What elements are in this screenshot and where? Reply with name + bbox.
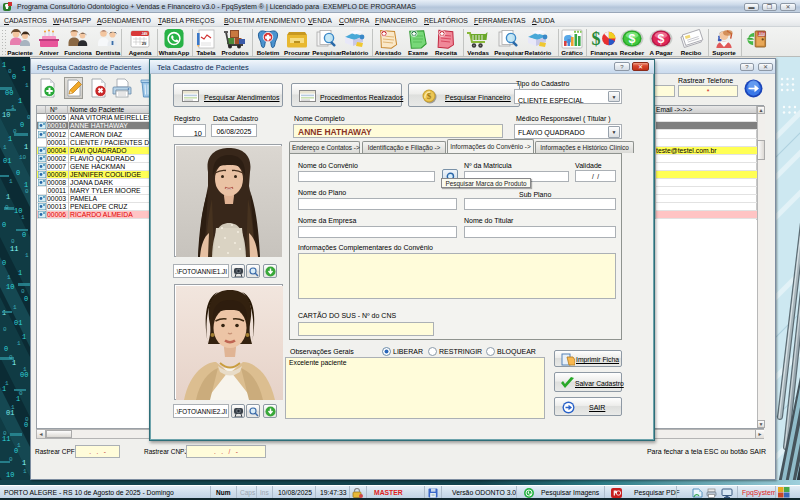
svg-text:0: 0 bbox=[25, 416, 29, 423]
svg-text:1: 1 bbox=[23, 468, 27, 475]
svg-text:$: $ bbox=[592, 29, 601, 49]
svg-text:0: 0 bbox=[3, 430, 7, 437]
svg-text:0: 0 bbox=[5, 204, 9, 211]
svg-text:01: 01 bbox=[14, 319, 22, 327]
svg-text:1: 1 bbox=[22, 459, 26, 467]
svg-text:10: 10 bbox=[6, 471, 14, 479]
svg-text:1: 1 bbox=[2, 61, 6, 69]
svg-text:29: 29 bbox=[142, 41, 147, 46]
svg-text:01: 01 bbox=[3, 157, 11, 165]
svg-text:0: 0 bbox=[4, 345, 8, 353]
svg-text:1: 1 bbox=[25, 252, 29, 259]
svg-text:1: 1 bbox=[3, 144, 7, 151]
svg-text:0: 0 bbox=[2, 259, 6, 267]
svg-text:1: 1 bbox=[11, 404, 15, 411]
svg-text:0: 0 bbox=[24, 295, 28, 303]
svg-text:0: 0 bbox=[11, 238, 15, 245]
svg-text:1: 1 bbox=[25, 82, 29, 89]
svg-text:$: $ bbox=[629, 32, 636, 46]
svg-text:JAN: JAN bbox=[141, 32, 147, 36]
svg-text:11: 11 bbox=[10, 245, 18, 253]
svg-text:0: 0 bbox=[13, 128, 17, 135]
svg-text:10: 10 bbox=[2, 111, 10, 119]
svg-text:1: 1 bbox=[8, 135, 12, 143]
svg-text:1: 1 bbox=[11, 104, 15, 111]
svg-text:10: 10 bbox=[6, 283, 14, 291]
svg-text:0: 0 bbox=[19, 390, 23, 397]
svg-text:0: 0 bbox=[12, 73, 16, 81]
svg-text:0: 0 bbox=[2, 221, 6, 229]
svg-text:0: 0 bbox=[9, 456, 13, 463]
svg-text:1: 1 bbox=[7, 274, 11, 281]
svg-text:$: $ bbox=[427, 91, 432, 101]
svg-text:1: 1 bbox=[5, 380, 9, 387]
svg-text:0: 0 bbox=[8, 68, 12, 75]
svg-text:1: 1 bbox=[21, 214, 25, 221]
svg-text:0: 0 bbox=[25, 188, 29, 195]
svg-text:1: 1 bbox=[24, 143, 28, 151]
svg-text:0: 0 bbox=[22, 231, 26, 239]
svg-text:00: 00 bbox=[5, 89, 13, 97]
svg-text:1: 1 bbox=[18, 97, 22, 105]
svg-text:1: 1 bbox=[12, 359, 16, 367]
svg-text:0: 0 bbox=[9, 354, 13, 361]
svg-text:1: 1 bbox=[17, 442, 21, 449]
svg-text:0: 0 bbox=[20, 121, 24, 129]
svg-text:0: 0 bbox=[21, 288, 25, 295]
svg-text:10: 10 bbox=[19, 154, 27, 161]
svg-text:1: 1 bbox=[13, 304, 17, 311]
svg-text:1: 1 bbox=[17, 340, 21, 347]
svg-text:1: 1 bbox=[22, 65, 26, 73]
svg-text:1: 1 bbox=[9, 178, 13, 185]
svg-text:0: 0 bbox=[3, 326, 7, 333]
svg-text:EXIT: EXIT bbox=[758, 32, 765, 36]
svg-text:1: 1 bbox=[6, 193, 10, 201]
svg-text:1: 1 bbox=[23, 366, 27, 373]
svg-text:1: 1 bbox=[22, 333, 26, 341]
svg-text:0: 0 bbox=[16, 169, 20, 177]
svg-text:1: 1 bbox=[18, 269, 22, 277]
svg-text:$: $ bbox=[658, 32, 665, 46]
